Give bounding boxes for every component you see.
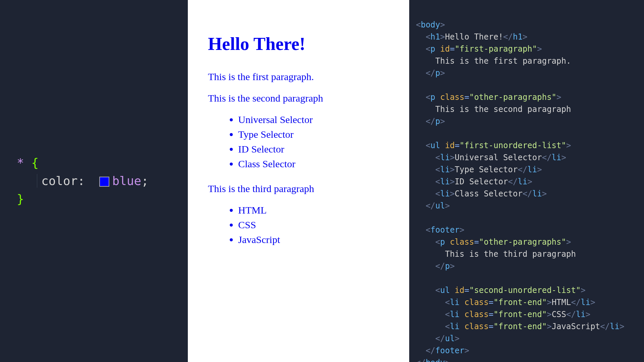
third-paragraph-text: This is the third paragraph [445,249,576,259]
css-close-line: } [17,190,188,208]
class-attr: class [465,298,489,307]
class-attr: class [440,93,464,102]
page-heading: Hello There! [208,34,389,54]
li-close-tag: li [527,165,537,174]
h1-open-tag: h1 [430,32,440,42]
first-ul-id: first-unordered-list [465,141,561,150]
css-semicolon: ; [141,174,149,188]
li-open-tag: li [440,189,450,198]
body-close-tag: body [426,358,445,362]
first-paragraph-id: first-paragraph [460,44,532,54]
third-paragraph: This is the third paragraph [208,183,389,194]
li-text: Class Selector [455,189,523,198]
css-close-brace: } [17,192,24,206]
list-item: Class Selector [238,158,389,170]
class-attr: class [450,237,474,247]
li-text: HTML [552,298,571,307]
css-selector: * [17,156,24,170]
id-attr: id [445,141,455,150]
class-attr: class [465,310,489,319]
ul-close-tag: ul [445,334,455,343]
li-text: ID Selector [455,177,508,186]
id-attr: id [455,286,465,295]
p-open-tag: p [430,44,435,54]
li-open-tag: li [440,177,450,186]
li-open-tag: li [450,322,460,331]
second-unordered-list: HTML CSS JavaScript [238,204,389,245]
list-item: Universal Selector [238,114,389,125]
first-paragraph: This is the first paragraph. [208,71,389,82]
li-close-tag: li [518,177,527,186]
other-paragraphs-class: other-paragraphs [484,237,561,247]
second-paragraph: This is the second paragraph [208,93,389,104]
css-value: blue [112,174,141,188]
li-open-tag: li [440,165,450,174]
list-item: Type Selector [238,129,389,140]
list-item: CSS [238,219,389,231]
front-end-class: front-end [498,298,542,307]
css-rule: * { color: blue; } [17,154,188,208]
second-paragraph-text: This is the second paragraph [435,105,571,114]
css-declaration-line: color: blue; [17,172,188,190]
p-open-tag: p [430,93,435,102]
front-end-class: front-end [498,310,542,319]
li-close-tag: li [552,153,561,162]
id-attr: id [440,44,450,54]
p-close-tag: p [445,261,450,271]
li-open-tag: li [450,298,460,307]
first-paragraph-text: This is the first paragraph. [435,56,571,66]
li-open-tag: li [450,310,460,319]
li-text: JavaScript [552,322,600,331]
css-colon: : [77,174,85,188]
li-close-tag: li [532,189,542,198]
body-open-tag: body [421,20,440,29]
p-open-tag: p [440,237,445,247]
li-close-tag: li [610,322,620,331]
other-paragraphs-class: other-paragraphs [474,93,551,102]
html-code-panel: <body> <h1>Hello There!</h1> <p id="firs… [409,0,644,362]
rendered-output-panel: Hello There! This is the first paragraph… [188,0,409,362]
list-item: HTML [238,204,389,216]
h1-close-tag: h1 [513,32,523,42]
ul-open-tag: ul [440,286,450,295]
li-text: CSS [552,310,566,319]
color-swatch-icon [99,177,109,187]
li-close-tag: li [576,310,586,319]
li-text: Type Selector [455,165,518,174]
ul-close-tag: ul [435,201,445,210]
front-end-class: front-end [498,322,542,331]
css-code-panel: * { color: blue; } [0,0,188,362]
h1-text: Hello There! [445,32,503,42]
li-close-tag: li [581,298,590,307]
footer-close-tag: footer [435,346,465,355]
list-item: JavaScript [238,234,389,245]
second-ul-id: second-unordered-list [474,286,576,295]
p-close-tag: p [435,68,440,78]
css-selector-line: * { [17,154,188,172]
list-item: ID Selector [238,143,389,155]
li-text: Universal Selector [455,153,542,162]
class-attr: class [465,322,489,331]
first-unordered-list: Universal Selector Type Selector ID Sele… [238,114,389,170]
css-property: color [41,174,77,188]
li-open-tag: li [440,153,450,162]
p-close-tag: p [435,117,440,126]
footer-open-tag: footer [430,225,460,235]
ul-open-tag: ul [430,141,440,150]
css-open-brace: { [31,156,39,170]
